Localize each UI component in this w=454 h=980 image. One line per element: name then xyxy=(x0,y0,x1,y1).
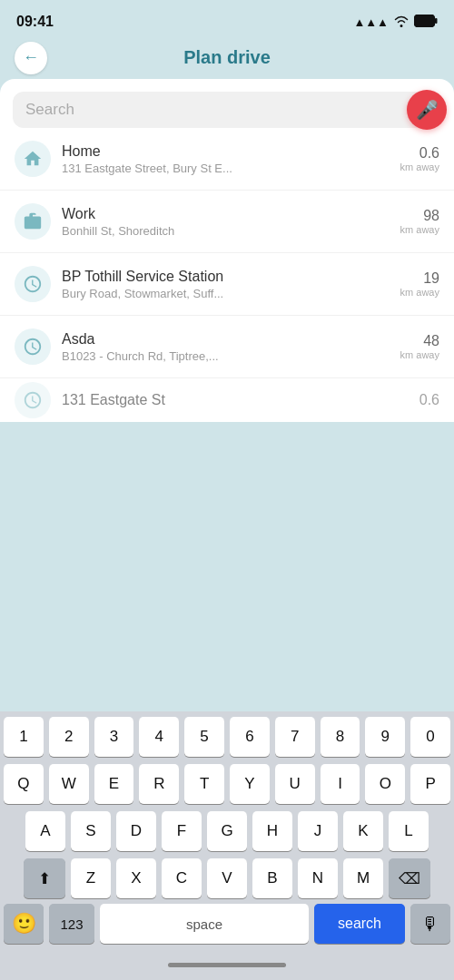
key-7[interactable]: 7 xyxy=(275,717,315,757)
location-details: Asda B1023 - Church Rd, Tiptree,... xyxy=(62,331,393,363)
key-h[interactable]: H xyxy=(252,811,292,851)
location-distance: 19 km away xyxy=(400,270,439,298)
distance-unit: km away xyxy=(400,287,439,298)
key-d[interactable]: D xyxy=(116,811,156,851)
location-address: Bonhill St, Shoreditch xyxy=(62,224,393,238)
num-key[interactable]: 123 xyxy=(49,904,94,944)
list-item[interactable]: BP Tothill Service Station Bury Road, St… xyxy=(0,253,454,316)
location-details: Work Bonhill St, Shoreditch xyxy=(62,206,393,238)
home-indicator xyxy=(0,949,454,980)
recent-icon-partial xyxy=(15,382,51,418)
key-z[interactable]: Z xyxy=(71,858,111,898)
work-icon xyxy=(15,203,51,240)
location-distance-partial: 0.6 xyxy=(419,392,439,408)
keyboard-row-q: Q W E R T Y U I O P xyxy=(0,759,454,806)
location-details: Home 131 Eastgate Street, Bury St E... xyxy=(62,143,393,175)
home-bar xyxy=(168,963,286,967)
key-c[interactable]: C xyxy=(162,858,202,898)
location-name: Home xyxy=(62,143,393,160)
key-k[interactable]: K xyxy=(343,811,383,851)
keyboard-row-a: A S D F G H J K L xyxy=(0,806,454,853)
location-name: Asda xyxy=(62,331,393,348)
key-3[interactable]: 3 xyxy=(94,717,134,757)
key-1[interactable]: 1 xyxy=(4,717,44,757)
key-2[interactable]: 2 xyxy=(49,717,89,757)
search-bar: 🎤 xyxy=(13,92,441,128)
emoji-key[interactable]: 🙂 xyxy=(4,904,44,944)
key-e[interactable]: E xyxy=(94,764,134,804)
key-u[interactable]: U xyxy=(275,764,315,804)
signal-icon: ▲▲▲ xyxy=(353,15,389,29)
key-b[interactable]: B xyxy=(252,858,292,898)
distance-unit: km away xyxy=(400,349,439,360)
key-q[interactable]: Q xyxy=(4,764,44,804)
location-distance: 48 km away xyxy=(400,333,439,360)
header: ← Plan drive xyxy=(0,40,454,79)
back-arrow-icon: ← xyxy=(23,48,39,67)
list-item[interactable]: Work Bonhill St, Shoreditch 98 km away xyxy=(0,191,454,253)
location-name: BP Tothill Service Station xyxy=(62,269,393,285)
shift-key[interactable]: ⬆ xyxy=(24,858,65,898)
search-input[interactable] xyxy=(25,101,429,119)
key-m[interactable]: M xyxy=(343,858,383,898)
location-distance: 98 km away xyxy=(400,208,439,235)
key-j[interactable]: J xyxy=(298,811,338,851)
keyboard: 1 2 3 4 5 6 7 8 9 0 Q W E R T Y U I O P … xyxy=(0,711,454,980)
distance-number: 0.6 xyxy=(400,145,439,162)
distance-number: 19 xyxy=(400,270,439,287)
key-y[interactable]: Y xyxy=(230,764,270,804)
key-x[interactable]: X xyxy=(116,858,156,898)
key-l[interactable]: L xyxy=(389,811,429,851)
svg-rect-0 xyxy=(415,15,435,26)
list-item-partial[interactable]: 131 Eastgate St 0.6 xyxy=(0,378,454,422)
keyboard-row-numbers: 1 2 3 4 5 6 7 8 9 0 xyxy=(0,711,454,759)
battery-icon xyxy=(414,15,438,30)
distance-unit: km away xyxy=(400,224,439,235)
key-o[interactable]: O xyxy=(365,764,405,804)
key-g[interactable]: G xyxy=(207,811,247,851)
key-0[interactable]: 0 xyxy=(410,717,450,757)
key-4[interactable]: 4 xyxy=(139,717,179,757)
distance-number: 48 xyxy=(400,333,439,349)
key-8[interactable]: 8 xyxy=(321,717,360,757)
key-w[interactable]: W xyxy=(49,764,89,804)
recent-icon xyxy=(15,266,51,302)
location-name: Work xyxy=(62,206,393,222)
back-button[interactable]: ← xyxy=(15,42,47,74)
key-9[interactable]: 9 xyxy=(365,717,405,757)
location-address: Bury Road, Stowmarket, Suff... xyxy=(62,287,393,300)
key-t[interactable]: T xyxy=(184,764,224,804)
list-item[interactable]: Home 131 Eastgate Street, Bury St E... 0… xyxy=(0,128,454,191)
distance-number-partial: 0.6 xyxy=(419,392,439,408)
delete-key[interactable]: ⌫ xyxy=(389,858,430,898)
key-a[interactable]: A xyxy=(25,811,65,851)
page-title: Plan drive xyxy=(183,47,271,68)
mic-button[interactable]: 🎤 xyxy=(407,90,447,130)
key-i[interactable]: I xyxy=(321,764,360,804)
location-name-partial: 131 Eastgate St xyxy=(62,392,412,408)
key-r[interactable]: R xyxy=(139,764,179,804)
location-address: 131 Eastgate Street, Bury St E... xyxy=(62,162,393,175)
key-f[interactable]: F xyxy=(162,811,202,851)
key-5[interactable]: 5 xyxy=(184,717,224,757)
key-v[interactable]: V xyxy=(207,858,247,898)
key-n[interactable]: N xyxy=(298,858,338,898)
distance-unit: km away xyxy=(400,162,439,172)
location-list: Home 131 Eastgate Street, Bury St E... 0… xyxy=(0,128,454,422)
status-bar: 09:41 ▲▲▲ xyxy=(0,0,454,40)
key-6[interactable]: 6 xyxy=(230,717,270,757)
wifi-icon xyxy=(393,15,410,30)
keyboard-mic-key[interactable]: 🎙 xyxy=(410,904,450,944)
location-details-partial: 131 Eastgate St xyxy=(62,392,412,408)
recent-icon xyxy=(15,328,51,365)
key-p[interactable]: P xyxy=(410,764,450,804)
search-key[interactable]: search xyxy=(314,904,405,944)
list-item[interactable]: Asda B1023 - Church Rd, Tiptree,... 48 k… xyxy=(0,316,454,378)
mic-icon: 🎤 xyxy=(416,99,439,121)
distance-number: 98 xyxy=(400,208,439,224)
key-s[interactable]: S xyxy=(71,811,111,851)
location-details: BP Tothill Service Station Bury Road, St… xyxy=(62,269,393,300)
space-key[interactable]: space xyxy=(100,904,309,944)
status-icons: ▲▲▲ xyxy=(353,15,438,30)
svg-rect-1 xyxy=(435,18,438,24)
